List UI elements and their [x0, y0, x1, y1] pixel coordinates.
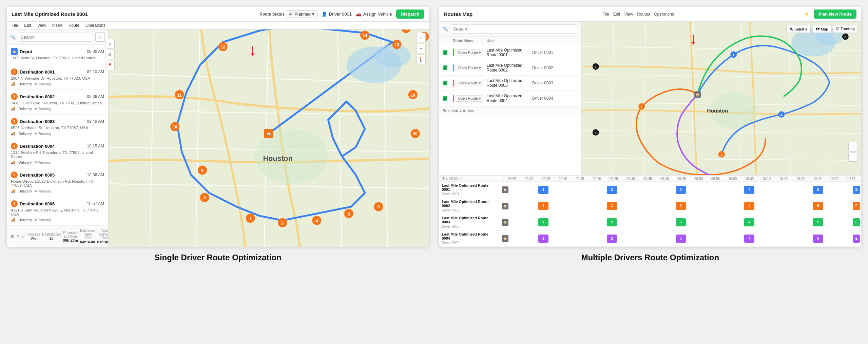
- right-red-arrow: ↓: [689, 28, 698, 48]
- truck-icon-1: 🚚: [11, 82, 16, 86]
- time-0935: 09:35: [639, 177, 656, 181]
- expand-map-icon[interactable]: ⤢: [105, 39, 109, 48]
- timeline-bars-2: 🏠 1 2 3 4 5 E: [500, 198, 862, 214]
- svg-text:14: 14: [363, 33, 367, 38]
- person-icon-btn[interactable]: 🚶: [416, 55, 426, 64]
- route-4-name: Last Mile Optimized Route 0004: [487, 94, 533, 103]
- svg-line-8: [337, 29, 342, 247]
- timeline-bars-1: 🏠 1 2 3 4 5 E: [500, 182, 862, 198]
- svg-point-12: [255, 129, 328, 184]
- pending-dot-1: [35, 83, 37, 85]
- right-zoom-out[interactable]: −: [848, 152, 858, 162]
- status-dot-icon: [289, 13, 292, 16]
- svg-text:1: 1: [641, 105, 642, 109]
- svg-text:1: 1: [732, 53, 734, 57]
- right-menu-operations[interactable]: Operations: [654, 12, 674, 17]
- status-dropdown[interactable]: Planned ▾: [286, 10, 317, 18]
- timeline-bar-row-2: 🏠 1 2 3 4 5 E: [500, 198, 862, 214]
- expand-icon[interactable]: ⤢: [95, 32, 105, 42]
- route-row-1: Open Route ▾ Last Mile Optimized Route 0…: [439, 45, 581, 60]
- route-4-status-btn[interactable]: Open Route ▾: [456, 95, 483, 102]
- route-row-2: Open Route ▾ Last Mile Optimized Route 0…: [439, 60, 581, 76]
- date-text: Tue 18 March: [443, 177, 463, 181]
- search-icon: 🔍: [10, 35, 16, 40]
- captions-container: Single Driver Route Optimization Multipl…: [7, 253, 861, 262]
- right-caption: Multiple Drivers Route Optimization: [439, 253, 862, 262]
- map-left-toolbar: ⤢ ⚙ 📍: [105, 39, 109, 70]
- map-right-toolbar: + − 🚶: [416, 33, 426, 64]
- menu-insert[interactable]: Insert: [52, 23, 62, 28]
- svg-line-4: [109, 184, 429, 188]
- timeline-label-2: Last Mile Optimized Route 0002 Driver 00…: [439, 198, 500, 214]
- stop-6-name: Destination 0006: [20, 201, 55, 206]
- routes-table-header: Route Name User: [439, 37, 581, 45]
- stop-3-number: 3: [11, 118, 18, 125]
- dispatch-button[interactable]: Dispatch: [396, 9, 424, 19]
- stop-1-status: Pending: [35, 82, 51, 86]
- time-0915: 09:15: [572, 177, 589, 181]
- location-map-icon[interactable]: 📍: [105, 61, 109, 70]
- svg-text:🏠: 🏠: [266, 131, 272, 137]
- stop-3: 3 Destination 0003 09:49 AM 6525 Northda…: [7, 115, 108, 139]
- right-menu-routes[interactable]: Routes: [637, 12, 650, 17]
- tl-stop-2-1: 1: [538, 202, 548, 210]
- stop-3-address: 6525 Northdale St, Houston, TX 77087, US…: [11, 126, 104, 130]
- search-input[interactable]: [18, 33, 93, 42]
- search-bar: 🔍 ⤢: [7, 29, 108, 45]
- timeline-bars-4: 🏠 1 2 3 4 5 E: [500, 230, 862, 246]
- svg-text:6: 6: [378, 205, 380, 209]
- time-0925: 09:25: [605, 177, 622, 181]
- timeline-section: Tue 18 March 08:55 09:00 09:05 09:10 09:…: [439, 175, 862, 247]
- right-zoom-in[interactable]: +: [848, 142, 858, 151]
- tl-stop-2-3: 3: [676, 202, 686, 210]
- menu-edit[interactable]: Edit: [24, 23, 31, 28]
- stop-5-number: 5: [11, 171, 18, 178]
- stop-2-name: Destination 0002: [20, 94, 55, 99]
- svg-text:E: E: [595, 131, 597, 135]
- right-menu-view[interactable]: View: [624, 12, 633, 17]
- stop-3-name: Destination 0003: [20, 119, 55, 124]
- svg-line-3: [109, 147, 429, 151]
- tl-route-2-title: Last Mile Optimized Route 0002: [442, 200, 497, 208]
- tl-driver-4: Driver 0004: [442, 241, 497, 245]
- stop-4-type: Delivery: [18, 160, 32, 164]
- pending-dot-2: [35, 108, 37, 110]
- route-1-user: Driver 0001: [532, 50, 578, 55]
- menu-operations[interactable]: Operations: [85, 23, 105, 28]
- map-view-btn[interactable]: 🗺 Map: [813, 25, 831, 33]
- timeline-bar-row-1: 🏠 1 2 3 4 5 E: [500, 182, 862, 198]
- right-menu-edit[interactable]: Edit: [613, 12, 620, 17]
- route-2-checkbox[interactable]: [443, 65, 447, 70]
- zoom-in-btn[interactable]: +: [416, 33, 426, 42]
- route-3-checkbox[interactable]: [443, 81, 447, 85]
- menu-file[interactable]: File: [12, 23, 18, 28]
- driver-button[interactable]: 👤 Driver 0001: [322, 12, 352, 17]
- svg-line-5: [150, 29, 154, 247]
- svg-point-15: [392, 40, 402, 49]
- route-3-status-btn[interactable]: Open Route ▾: [456, 80, 483, 86]
- svg-point-11: [374, 44, 411, 67]
- time-0910: 09:10: [555, 177, 572, 181]
- route-1-checkbox[interactable]: [443, 50, 447, 55]
- route-2-status-btn[interactable]: Open Route ▾: [456, 65, 483, 71]
- plan-new-route-button[interactable]: Plan New Route: [814, 9, 856, 19]
- stats-gear-icon[interactable]: ⚙: [10, 234, 15, 239]
- tracking-btn[interactable]: ☑ Tracking: [833, 25, 858, 33]
- right-menu-file[interactable]: File: [602, 12, 609, 17]
- progress-value: 0%: [26, 236, 40, 240]
- tl-stop-3-3: 3: [676, 218, 686, 226]
- right-search-input[interactable]: [450, 24, 578, 34]
- stop-2-address: 7410 Cullen Blvd, Houston, TX 77021, Uni…: [11, 101, 104, 105]
- chevron-4: ▾: [479, 96, 481, 101]
- satellite-btn[interactable]: 🛰 Satellite: [786, 25, 811, 33]
- routes-table-section: 🔍 Route Name User: [439, 22, 862, 175]
- time-1025: 10:25: [809, 177, 826, 181]
- gear-map-icon[interactable]: ⚙: [105, 50, 109, 59]
- assign-vehicle-button[interactable]: 🚗 Assign Vehicle: [356, 12, 392, 17]
- menu-route[interactable]: Route: [69, 23, 79, 28]
- svg-text:7: 7: [249, 216, 252, 221]
- route-4-checkbox[interactable]: [443, 96, 447, 101]
- zoom-out-btn[interactable]: −: [416, 44, 426, 53]
- menu-view[interactable]: View: [37, 23, 46, 28]
- route-1-status-btn[interactable]: Open Route ▾: [456, 49, 483, 56]
